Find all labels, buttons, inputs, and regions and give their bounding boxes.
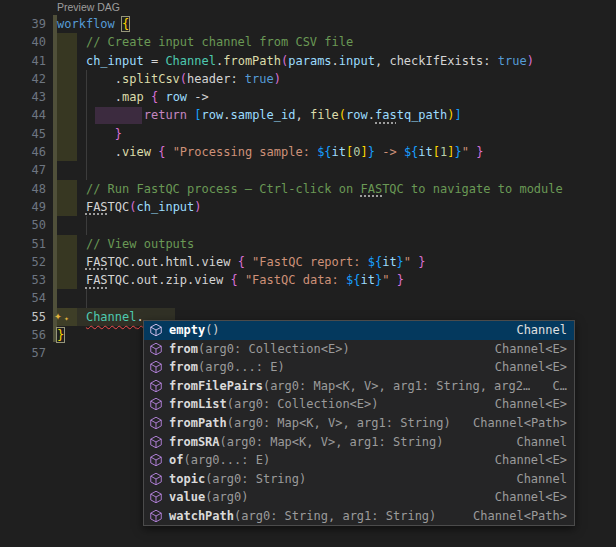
- completion-return-type: Channel<E>: [487, 453, 567, 467]
- code-line[interactable]: 53 FASTQC.out.zip.view { "FastQC data: $…: [0, 271, 616, 289]
- code-token: ): [447, 108, 454, 122]
- code-line[interactable]: 40 // Create input channel from CSV file: [0, 33, 616, 51]
- code-line[interactable]: 51 // View outputs: [0, 235, 616, 253]
- code-text: return [row.sample_id, file(row.fastq_pa…: [57, 106, 462, 124]
- code-token: file: [310, 108, 339, 122]
- code-token: FAS: [86, 200, 108, 214]
- completion-item[interactable]: fromPath(arg0: Map<K, V>, arg1: String)C…: [144, 414, 574, 433]
- code-token: ${: [346, 273, 360, 287]
- code-line[interactable]: 43 .map { row ->: [0, 88, 616, 106]
- code-token: {: [230, 273, 237, 287]
- completion-item[interactable]: fromList(arg0: Collection<E>)Channel<E>: [144, 395, 574, 414]
- code-line[interactable]: 44 return [row.sample_id, file(row.fastq…: [0, 106, 616, 124]
- line-number: 48: [0, 180, 46, 198]
- code-token: tq_path: [397, 108, 448, 122]
- code-token: {: [238, 255, 245, 269]
- code-token: Channel: [86, 310, 137, 324]
- code-text: workflow {: [57, 15, 129, 33]
- code-token: [144, 90, 151, 104]
- code-token: true: [498, 54, 527, 68]
- code-text: // Run FastQC process — Ctrl-click on FA…: [57, 180, 563, 198]
- completion-item[interactable]: from(arg0: Collection<E>)Channel<E>: [144, 340, 574, 359]
- completion-return-type: Channel: [508, 472, 567, 486]
- completion-item[interactable]: of(arg0...: E)Channel<E>: [144, 451, 574, 470]
- code-token: params: [288, 54, 331, 68]
- completion-item[interactable]: empty()Channel: [144, 321, 574, 340]
- code-token: map: [122, 90, 144, 104]
- code-token: }: [115, 127, 122, 141]
- line-number: 46: [0, 143, 46, 161]
- code-token: view: [122, 145, 151, 159]
- line-number: 57: [0, 344, 46, 362]
- code-line[interactable]: 49 FASTQC(ch_input): [0, 198, 616, 216]
- code-token: }: [57, 328, 64, 342]
- code-token: return: [144, 108, 187, 122]
- indent-guide: [86, 216, 87, 234]
- completion-label: fromPath: [169, 416, 227, 430]
- code-token: ): [194, 200, 201, 214]
- completion-item[interactable]: fromSRA(arg0: Map<K, V>, arg1: String)Ch…: [144, 432, 574, 451]
- completion-signature: (): [205, 323, 219, 337]
- code-token: // Run FastQC process — Ctrl-click on: [86, 182, 361, 196]
- code-token: FAS: [86, 255, 108, 269]
- code-line[interactable]: 48 // Run FastQC process — Ctrl-click on…: [0, 180, 616, 198]
- codelens-preview-dag[interactable]: Preview DAG: [0, 0, 616, 15]
- line-number: 50: [0, 216, 46, 234]
- completion-label: watchPath: [169, 509, 234, 523]
- code-line[interactable]: 46 .view { "Processing sample: ${it[0]} …: [0, 143, 616, 161]
- code-line[interactable]: 52 FASTQC.out.html.view { "FastQC report…: [0, 253, 616, 271]
- completion-item[interactable]: from(arg0...: E)Channel<E>: [144, 358, 574, 377]
- code-token: [57, 182, 86, 196]
- indent-guide: [86, 289, 87, 307]
- code-line[interactable]: 47: [0, 161, 616, 179]
- code-line[interactable]: 45 }: [0, 125, 616, 143]
- code-token: // Create input channel from CSV file: [86, 35, 353, 49]
- code-text: }: [57, 125, 122, 143]
- code-token: [57, 54, 86, 68]
- code-token: it: [382, 255, 396, 269]
- completion-return-type: Channel<Path>: [465, 416, 567, 430]
- code-token: it: [332, 145, 346, 159]
- method-cube-icon: [148, 342, 164, 356]
- line-number: 53: [0, 271, 46, 289]
- line-number: 55: [0, 308, 46, 326]
- code-token: ": [382, 273, 396, 287]
- line-number: 51: [0, 235, 46, 253]
- code-line[interactable]: 42 .splitCsv(header: true): [0, 70, 616, 88]
- line-number: 56: [0, 326, 46, 344]
- completion-label: from: [169, 360, 198, 374]
- code-token: "FastQC data:: [245, 273, 346, 287]
- code-token: ${: [404, 145, 418, 159]
- intellisense-suggest-widget: empty()Channel from(arg0: Collection<E>)…: [143, 320, 575, 526]
- code-token: true: [245, 72, 274, 86]
- completion-item[interactable]: value(arg0)Channel<E>: [144, 488, 574, 507]
- code-action-sparkle-icon[interactable]: ✦✦: [54, 308, 74, 326]
- code-line[interactable]: 50: [0, 216, 616, 234]
- code-line[interactable]: 54: [0, 289, 616, 307]
- completion-item[interactable]: watchPath(arg0: String, arg1: String)Cha…: [144, 506, 574, 525]
- method-cube-icon: [148, 472, 164, 486]
- completion-return-type: Channel: [508, 435, 567, 449]
- completion-item[interactable]: topic(arg0: String)Channel: [144, 469, 574, 488]
- code-token: // View outputs: [86, 237, 194, 251]
- completion-return-type: Channel<Path>: [465, 509, 567, 523]
- line-number: 47: [0, 161, 46, 179]
- code-token: FAS: [360, 182, 382, 196]
- code-token: sample_id: [230, 108, 295, 122]
- code-line[interactable]: 39workflow {: [0, 15, 616, 33]
- code-token: fromPath: [223, 54, 281, 68]
- code-token: (: [129, 200, 136, 214]
- completion-item[interactable]: fromFilePairs(arg0: Map<K, V>, arg1: Str…: [144, 377, 574, 396]
- completion-signature: (arg0: Collection<E>): [227, 397, 379, 411]
- method-cube-icon: [148, 453, 164, 467]
- code-text: // Create input channel from CSV file: [57, 33, 353, 51]
- code-token: TQC: [108, 200, 130, 214]
- completion-signature: (arg0: Map<K, V>, arg1: String, arg2…: [263, 379, 530, 393]
- code-line[interactable]: 41 ch_input = Channel.fromPath(params.in…: [0, 52, 616, 70]
- code-token: }: [397, 273, 404, 287]
- code-token: .: [368, 108, 375, 122]
- completion-label: from: [169, 342, 198, 356]
- code-token: =: [144, 54, 166, 68]
- completion-return-type: Channel<E>: [487, 360, 567, 374]
- code-token: "Processing sample:: [173, 145, 318, 159]
